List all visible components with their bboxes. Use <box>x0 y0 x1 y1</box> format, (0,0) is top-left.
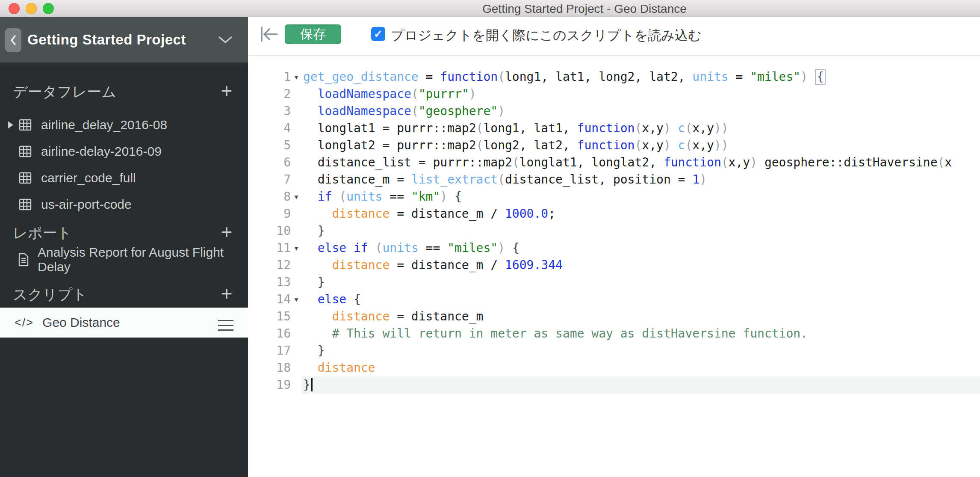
fold-gutter <box>291 120 302 137</box>
traffic-light-zoom[interactable] <box>43 3 54 14</box>
fold-gutter <box>291 86 302 103</box>
titlebar: Getting Started Project - Geo Distance <box>0 0 980 17</box>
line-number: 8 <box>248 188 291 205</box>
save-button[interactable]: 保存 <box>285 24 341 44</box>
section-scripts: スクリプト <box>13 285 87 305</box>
fold-gutter <box>291 205 302 222</box>
traffic-light-minimize[interactable] <box>26 3 37 14</box>
line-number: 17 <box>248 342 291 359</box>
table-icon <box>19 119 32 131</box>
expander-icon[interactable] <box>8 121 14 129</box>
code-line[interactable]: 16 # This will return in meter as same w… <box>248 325 980 342</box>
code-line[interactable]: 4 longlat1 = purrr::map2(long1, lat1, fu… <box>248 120 980 137</box>
add-report-button[interactable]: + <box>217 222 236 243</box>
code-line[interactable]: 17 } <box>248 342 980 359</box>
code-editor[interactable]: 1▾get_geo_distance = function(long1, lat… <box>248 56 980 477</box>
load-script-checkbox-label: プロジェクトを開く際にこのスクリプトを読み込む <box>391 27 702 44</box>
text-cursor <box>311 378 313 391</box>
sidebar-header: Getting Started Project <box>0 17 248 62</box>
load-script-checkbox[interactable]: ✓ <box>371 27 385 41</box>
line-number: 18 <box>248 359 291 376</box>
code-line[interactable]: 1▾get_geo_distance = function(long1, lat… <box>248 68 980 86</box>
dataframe-label: carrier_code_full <box>41 171 136 185</box>
table-icon <box>19 172 32 184</box>
fold-gutter <box>291 342 302 359</box>
collapse-sidebar-icon[interactable] <box>260 26 279 43</box>
code-line[interactable]: 14▾ else { <box>248 291 980 308</box>
code-line[interactable]: 5 longlat2 = purrr::map2(long2, lat2, fu… <box>248 137 980 154</box>
sidebar-item-dataframe[interactable]: carrier_code_full <box>0 165 248 191</box>
line-number: 3 <box>248 103 291 120</box>
line-number: 19 <box>248 376 291 394</box>
dataframe-label: us-air-port-code <box>41 197 132 212</box>
code-line[interactable]: 12 distance = distance_m / 1609.344 <box>248 257 980 274</box>
line-number: 10 <box>248 222 291 240</box>
code-line[interactable]: 8▾ if (units == "km") { <box>248 188 980 205</box>
sidebar: Getting Started Project データフレーム + airlin… <box>0 17 248 477</box>
line-number: 13 <box>248 274 291 291</box>
fold-toggle-icon[interactable]: ▾ <box>291 188 302 205</box>
code-icon: </> <box>15 316 34 329</box>
code-line[interactable]: 2 loadNamespace("purrr") <box>248 86 980 103</box>
script-menu-icon[interactable] <box>218 317 233 334</box>
fold-gutter <box>291 222 302 240</box>
line-number: 9 <box>248 205 291 222</box>
back-button[interactable] <box>5 28 21 52</box>
sidebar-item-report[interactable]: Analysis Report for August Flight Delay <box>0 246 248 273</box>
code-line[interactable]: 3 loadNamespace("geosphere") <box>248 103 980 120</box>
dataframe-label: airline_delay_2016-08 <box>41 118 167 132</box>
code-line[interactable]: 7 distance_m = list_extract(distance_lis… <box>248 171 980 188</box>
line-number: 15 <box>248 308 291 325</box>
dataframe-label: airline-delay-2016-09 <box>41 144 162 159</box>
section-reports: レポート <box>13 223 72 243</box>
line-number: 12 <box>248 257 291 274</box>
code-line[interactable]: 11▾ else if (units == "miles") { <box>248 240 980 257</box>
fold-toggle-icon[interactable]: ▾ <box>291 68 302 86</box>
line-number: 4 <box>248 120 291 137</box>
line-number: 7 <box>248 171 291 188</box>
sidebar-item-dataframe[interactable]: airline-delay-2016-09 <box>0 138 248 165</box>
code-line[interactable]: 19} <box>248 376 980 394</box>
window-title: Getting Started Project - Geo Distance <box>482 2 687 16</box>
code-line[interactable]: 9 distance = distance_m / 1000.0; <box>248 205 980 222</box>
traffic-light-close[interactable] <box>9 3 20 14</box>
code-lines: 1▾get_geo_distance = function(long1, lat… <box>248 68 980 394</box>
fold-gutter <box>291 171 302 188</box>
fold-gutter <box>291 274 302 291</box>
app-window: Getting Started Project - Geo Distance G… <box>0 0 980 477</box>
fold-gutter <box>291 154 302 171</box>
line-number: 16 <box>248 325 291 342</box>
chevron-left-icon <box>10 35 17 46</box>
line-number: 5 <box>248 137 291 154</box>
line-number: 11 <box>248 240 291 257</box>
report-label: Analysis Report for August Flight Delay <box>38 245 248 274</box>
code-line[interactable]: 18 distance <box>248 359 980 376</box>
add-dataframe-button[interactable]: + <box>217 81 236 102</box>
code-line[interactable]: 13 } <box>248 274 980 291</box>
fold-gutter <box>291 325 302 342</box>
code-line[interactable]: 10 } <box>248 222 980 240</box>
sidebar-item-dataframe[interactable]: us-air-port-code <box>0 191 248 218</box>
code-line[interactable]: 15 distance = distance_m <box>248 308 980 325</box>
project-title: Getting Started Project <box>27 17 186 62</box>
add-script-button[interactable]: + <box>217 284 236 305</box>
fold-gutter <box>291 376 302 394</box>
sidebar-item-script-selected[interactable]: </> Geo Distance <box>0 308 248 338</box>
fold-gutter <box>291 103 302 120</box>
line-number: 14 <box>248 291 291 308</box>
fold-toggle-icon[interactable]: ▾ <box>291 291 302 308</box>
fold-gutter <box>291 137 302 154</box>
line-number: 6 <box>248 154 291 171</box>
fold-toggle-icon[interactable]: ▾ <box>291 240 302 257</box>
code-line[interactable]: 6 distance_list = purrr::map2(longlat1, … <box>248 154 980 171</box>
document-icon <box>18 253 29 267</box>
script-label: Geo Distance <box>42 315 120 330</box>
fold-gutter <box>291 308 302 325</box>
table-icon <box>19 145 32 158</box>
main-pane: 保存 ✓ プロジェクトを開く際にこのスクリプトを読み込む 1▾get_geo_d… <box>248 17 980 477</box>
fold-gutter <box>291 257 302 274</box>
chevron-down-icon[interactable] <box>218 36 233 44</box>
line-number: 2 <box>248 86 291 103</box>
sidebar-item-dataframe[interactable]: airline_delay_2016-08 <box>0 112 248 138</box>
section-dataframes: データフレーム <box>13 82 116 102</box>
